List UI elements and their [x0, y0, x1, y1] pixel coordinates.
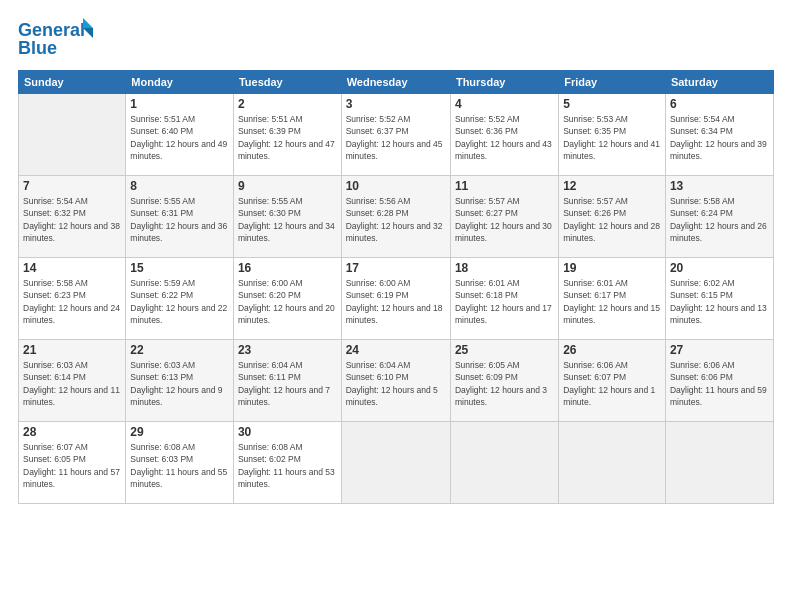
header: GeneralBlue [18, 18, 774, 60]
day-number: 10 [346, 179, 446, 193]
day-info: Sunrise: 6:07 AMSunset: 6:05 PMDaylight:… [23, 441, 121, 490]
calendar-cell: 24Sunrise: 6:04 AMSunset: 6:10 PMDayligh… [341, 340, 450, 422]
calendar-cell: 22Sunrise: 6:03 AMSunset: 6:13 PMDayligh… [126, 340, 234, 422]
day-info: Sunrise: 6:08 AMSunset: 6:02 PMDaylight:… [238, 441, 337, 490]
day-number: 29 [130, 425, 229, 439]
calendar-cell: 13Sunrise: 5:58 AMSunset: 6:24 PMDayligh… [665, 176, 773, 258]
day-info: Sunrise: 5:57 AMSunset: 6:26 PMDaylight:… [563, 195, 661, 244]
day-number: 23 [238, 343, 337, 357]
calendar-cell: 14Sunrise: 5:58 AMSunset: 6:23 PMDayligh… [19, 258, 126, 340]
calendar-cell: 30Sunrise: 6:08 AMSunset: 6:02 PMDayligh… [233, 422, 341, 504]
day-number: 24 [346, 343, 446, 357]
day-number: 21 [23, 343, 121, 357]
day-info: Sunrise: 5:54 AMSunset: 6:32 PMDaylight:… [23, 195, 121, 244]
calendar-cell [19, 94, 126, 176]
day-number: 25 [455, 343, 554, 357]
logo-svg: GeneralBlue [18, 18, 98, 60]
day-number: 19 [563, 261, 661, 275]
day-info: Sunrise: 6:03 AMSunset: 6:14 PMDaylight:… [23, 359, 121, 408]
day-info: Sunrise: 6:05 AMSunset: 6:09 PMDaylight:… [455, 359, 554, 408]
day-number: 13 [670, 179, 769, 193]
day-number: 1 [130, 97, 229, 111]
header-cell-thursday: Thursday [450, 71, 558, 94]
day-number: 16 [238, 261, 337, 275]
calendar-cell: 25Sunrise: 6:05 AMSunset: 6:09 PMDayligh… [450, 340, 558, 422]
day-number: 15 [130, 261, 229, 275]
calendar-cell: 19Sunrise: 6:01 AMSunset: 6:17 PMDayligh… [559, 258, 666, 340]
day-info: Sunrise: 5:51 AMSunset: 6:40 PMDaylight:… [130, 113, 229, 162]
day-number: 22 [130, 343, 229, 357]
day-info: Sunrise: 6:02 AMSunset: 6:15 PMDaylight:… [670, 277, 769, 326]
calendar-cell: 17Sunrise: 6:00 AMSunset: 6:19 PMDayligh… [341, 258, 450, 340]
day-info: Sunrise: 5:58 AMSunset: 6:23 PMDaylight:… [23, 277, 121, 326]
day-info: Sunrise: 6:04 AMSunset: 6:10 PMDaylight:… [346, 359, 446, 408]
header-cell-friday: Friday [559, 71, 666, 94]
day-info: Sunrise: 5:58 AMSunset: 6:24 PMDaylight:… [670, 195, 769, 244]
calendar-cell: 15Sunrise: 5:59 AMSunset: 6:22 PMDayligh… [126, 258, 234, 340]
calendar-cell: 23Sunrise: 6:04 AMSunset: 6:11 PMDayligh… [233, 340, 341, 422]
svg-text:General: General [18, 20, 85, 40]
day-number: 2 [238, 97, 337, 111]
day-info: Sunrise: 5:57 AMSunset: 6:27 PMDaylight:… [455, 195, 554, 244]
day-info: Sunrise: 5:59 AMSunset: 6:22 PMDaylight:… [130, 277, 229, 326]
calendar-cell: 1Sunrise: 5:51 AMSunset: 6:40 PMDaylight… [126, 94, 234, 176]
day-info: Sunrise: 5:52 AMSunset: 6:37 PMDaylight:… [346, 113, 446, 162]
calendar-cell [665, 422, 773, 504]
day-number: 5 [563, 97, 661, 111]
day-info: Sunrise: 6:08 AMSunset: 6:03 PMDaylight:… [130, 441, 229, 490]
calendar-cell: 7Sunrise: 5:54 AMSunset: 6:32 PMDaylight… [19, 176, 126, 258]
calendar-cell: 28Sunrise: 6:07 AMSunset: 6:05 PMDayligh… [19, 422, 126, 504]
week-row-1: 7Sunrise: 5:54 AMSunset: 6:32 PMDaylight… [19, 176, 774, 258]
calendar-cell [559, 422, 666, 504]
day-number: 20 [670, 261, 769, 275]
day-info: Sunrise: 5:55 AMSunset: 6:30 PMDaylight:… [238, 195, 337, 244]
day-number: 11 [455, 179, 554, 193]
calendar-cell: 8Sunrise: 5:55 AMSunset: 6:31 PMDaylight… [126, 176, 234, 258]
calendar-cell: 27Sunrise: 6:06 AMSunset: 6:06 PMDayligh… [665, 340, 773, 422]
logo: GeneralBlue [18, 18, 98, 60]
calendar-cell: 10Sunrise: 5:56 AMSunset: 6:28 PMDayligh… [341, 176, 450, 258]
day-info: Sunrise: 6:04 AMSunset: 6:11 PMDaylight:… [238, 359, 337, 408]
day-number: 8 [130, 179, 229, 193]
day-number: 30 [238, 425, 337, 439]
header-cell-tuesday: Tuesday [233, 71, 341, 94]
day-info: Sunrise: 6:01 AMSunset: 6:18 PMDaylight:… [455, 277, 554, 326]
day-info: Sunrise: 5:54 AMSunset: 6:34 PMDaylight:… [670, 113, 769, 162]
day-info: Sunrise: 6:00 AMSunset: 6:20 PMDaylight:… [238, 277, 337, 326]
calendar-cell: 11Sunrise: 5:57 AMSunset: 6:27 PMDayligh… [450, 176, 558, 258]
calendar-cell: 29Sunrise: 6:08 AMSunset: 6:03 PMDayligh… [126, 422, 234, 504]
week-row-0: 1Sunrise: 5:51 AMSunset: 6:40 PMDaylight… [19, 94, 774, 176]
day-number: 7 [23, 179, 121, 193]
week-row-3: 21Sunrise: 6:03 AMSunset: 6:14 PMDayligh… [19, 340, 774, 422]
week-row-2: 14Sunrise: 5:58 AMSunset: 6:23 PMDayligh… [19, 258, 774, 340]
day-info: Sunrise: 6:00 AMSunset: 6:19 PMDaylight:… [346, 277, 446, 326]
day-number: 9 [238, 179, 337, 193]
calendar-cell: 18Sunrise: 6:01 AMSunset: 6:18 PMDayligh… [450, 258, 558, 340]
calendar-cell: 12Sunrise: 5:57 AMSunset: 6:26 PMDayligh… [559, 176, 666, 258]
calendar-cell: 3Sunrise: 5:52 AMSunset: 6:37 PMDaylight… [341, 94, 450, 176]
calendar-cell [450, 422, 558, 504]
day-info: Sunrise: 6:01 AMSunset: 6:17 PMDaylight:… [563, 277, 661, 326]
header-row: SundayMondayTuesdayWednesdayThursdayFrid… [19, 71, 774, 94]
day-info: Sunrise: 5:53 AMSunset: 6:35 PMDaylight:… [563, 113, 661, 162]
header-cell-saturday: Saturday [665, 71, 773, 94]
day-number: 17 [346, 261, 446, 275]
calendar-cell: 9Sunrise: 5:55 AMSunset: 6:30 PMDaylight… [233, 176, 341, 258]
calendar-cell [341, 422, 450, 504]
day-number: 3 [346, 97, 446, 111]
header-cell-sunday: Sunday [19, 71, 126, 94]
day-info: Sunrise: 5:56 AMSunset: 6:28 PMDaylight:… [346, 195, 446, 244]
day-info: Sunrise: 6:03 AMSunset: 6:13 PMDaylight:… [130, 359, 229, 408]
calendar-cell: 2Sunrise: 5:51 AMSunset: 6:39 PMDaylight… [233, 94, 341, 176]
day-number: 26 [563, 343, 661, 357]
day-number: 28 [23, 425, 121, 439]
week-row-4: 28Sunrise: 6:07 AMSunset: 6:05 PMDayligh… [19, 422, 774, 504]
calendar-cell: 5Sunrise: 5:53 AMSunset: 6:35 PMDaylight… [559, 94, 666, 176]
svg-text:Blue: Blue [18, 38, 57, 58]
day-info: Sunrise: 6:06 AMSunset: 6:07 PMDaylight:… [563, 359, 661, 408]
calendar-cell: 6Sunrise: 5:54 AMSunset: 6:34 PMDaylight… [665, 94, 773, 176]
day-number: 4 [455, 97, 554, 111]
page: GeneralBlue SundayMondayTuesdayWednesday… [0, 0, 792, 612]
day-info: Sunrise: 5:51 AMSunset: 6:39 PMDaylight:… [238, 113, 337, 162]
calendar-table: SundayMondayTuesdayWednesdayThursdayFrid… [18, 70, 774, 504]
